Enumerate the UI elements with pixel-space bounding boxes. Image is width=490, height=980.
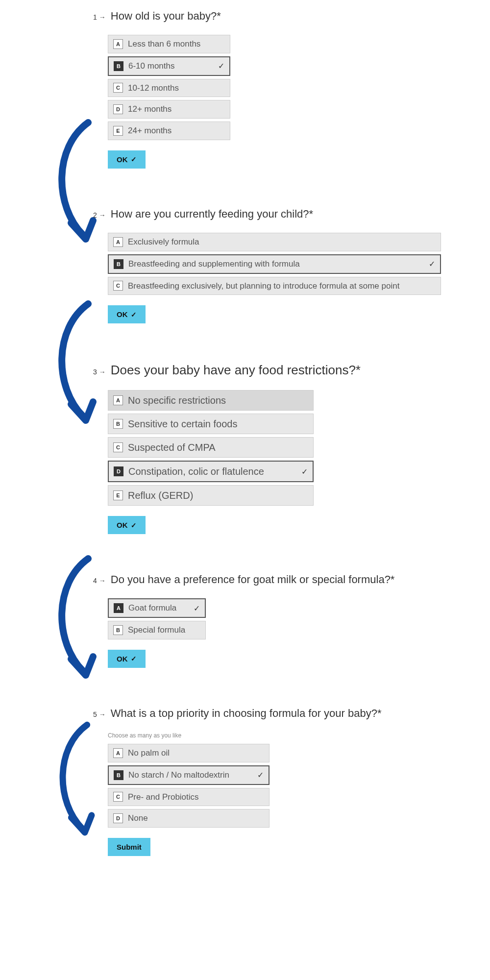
ok-button[interactable]: OK✓	[108, 150, 146, 169]
question-3: 3→Does your baby have any food restricti…	[93, 363, 470, 534]
arrow-right-icon: →	[99, 710, 106, 718]
option-key: D	[113, 813, 123, 823]
question-text: How old is your baby?*	[111, 10, 221, 23]
option-label: 6-10 months	[128, 60, 213, 72]
options-list: ALess than 6 monthsB6-10 months✓C10-12 m…	[108, 35, 470, 140]
check-icon: ✓	[429, 259, 435, 269]
button-label: Submit	[117, 843, 142, 851]
check-icon: ✓	[131, 311, 137, 318]
options-list: AExclusively formulaBBreastfeeding and s…	[108, 233, 470, 295]
question-header: 2→How are you currently feeding your chi…	[93, 208, 470, 220]
option-d[interactable]: DNone	[108, 809, 270, 828]
option-key: E	[113, 490, 123, 500]
option-label: Pre- and Probiotics	[128, 791, 264, 803]
option-key: B	[114, 61, 123, 71]
option-e[interactable]: EReflux (GERD)	[108, 485, 314, 506]
option-key: A	[114, 603, 123, 613]
question-text: Do you have a preference for goat milk o…	[111, 573, 395, 586]
option-a[interactable]: ANo specific restrictions	[108, 390, 314, 411]
option-e[interactable]: E24+ months	[108, 122, 230, 140]
option-label: Goat formula	[128, 602, 189, 614]
question-number: 5	[93, 710, 97, 718]
option-b[interactable]: BSensitive to certain foods	[108, 414, 314, 434]
question-1: 1→How old is your baby?*ALess than 6 mon…	[93, 10, 470, 169]
option-c[interactable]: CSuspected of CMPA	[108, 437, 314, 458]
option-b[interactable]: B6-10 months✓	[108, 56, 230, 76]
option-b[interactable]: BNo starch / No maltodextrin✓	[108, 765, 270, 785]
question-4: 4→Do you have a preference for goat milk…	[93, 573, 470, 668]
option-label: None	[128, 812, 264, 824]
option-key: D	[113, 104, 123, 114]
question-header: 3→Does your baby have any food restricti…	[93, 363, 470, 378]
option-key: E	[113, 126, 123, 136]
option-c[interactable]: CBreastfeeding exclusively, but planning…	[108, 277, 441, 295]
question-header: 4→Do you have a preference for goat milk…	[93, 573, 470, 586]
option-label: Exclusively formula	[128, 236, 436, 248]
question-header: 5→What is a top priority in choosing for…	[93, 707, 470, 720]
option-a[interactable]: ALess than 6 months	[108, 35, 230, 53]
arrow-right-icon: →	[99, 577, 106, 585]
option-c[interactable]: C10-12 months	[108, 79, 230, 98]
check-icon: ✓	[218, 61, 224, 71]
option-key: A	[113, 39, 123, 49]
option-key: B	[114, 770, 123, 780]
arrow-right-icon: →	[99, 211, 106, 219]
option-label: 12+ months	[128, 103, 225, 115]
option-label: 24+ months	[128, 125, 225, 137]
option-label: Less than 6 months	[128, 38, 225, 50]
option-key: B	[113, 625, 123, 635]
check-icon: ✓	[301, 467, 308, 476]
option-b[interactable]: BBreastfeeding and supplementing with fo…	[108, 254, 441, 274]
option-key: A	[113, 237, 123, 247]
question-5: 5→What is a top priority in choosing for…	[93, 707, 470, 856]
option-key: C	[113, 83, 123, 93]
option-label: Reflux (GERD)	[128, 489, 308, 502]
question-header: 1→How old is your baby?*	[93, 10, 470, 23]
option-key: D	[114, 466, 123, 476]
option-key: B	[113, 419, 123, 429]
question-number: 2	[93, 211, 97, 219]
option-label: Breastfeeding and supplementing with for…	[128, 258, 424, 270]
option-label: No palm oil	[128, 747, 264, 759]
question-number: 3	[93, 368, 97, 376]
option-label: Suspected of CMPA	[128, 441, 308, 454]
options-list: ANo palm oilBNo starch / No maltodextrin…	[108, 744, 470, 828]
ok-button[interactable]: OK✓	[108, 650, 146, 668]
arrow-right-icon: →	[99, 13, 106, 21]
option-c[interactable]: CPre- and Probiotics	[108, 788, 270, 807]
check-icon: ✓	[257, 770, 264, 780]
option-d[interactable]: DConstipation, colic or flatulence✓	[108, 461, 314, 482]
option-label: Breastfeeding exclusively, but planning …	[128, 280, 436, 292]
submit-button[interactable]: Submit	[108, 838, 150, 856]
check-icon: ✓	[131, 655, 137, 662]
option-a[interactable]: AGoat formula✓	[108, 598, 206, 618]
ok-button[interactable]: OK✓	[108, 516, 146, 534]
options-list: ANo specific restrictionsBSensitive to c…	[108, 390, 470, 506]
arrow-right-icon: →	[99, 368, 106, 376]
option-label: Special formula	[128, 624, 200, 636]
option-b[interactable]: BSpecial formula	[108, 621, 206, 639]
question-text: Does your baby have any food restriction…	[111, 363, 361, 378]
question-number: 1	[93, 13, 97, 21]
ok-button[interactable]: OK✓	[108, 305, 146, 323]
check-icon: ✓	[131, 155, 137, 163]
option-key: C	[113, 281, 123, 291]
button-label: OK	[117, 155, 128, 164]
option-key: A	[113, 748, 123, 758]
option-key: B	[114, 259, 123, 269]
option-label: Constipation, colic or flatulence	[128, 465, 296, 478]
option-label: No specific restrictions	[128, 393, 308, 407]
button-label: OK	[117, 655, 128, 663]
check-icon: ✓	[194, 604, 200, 613]
option-d[interactable]: D12+ months	[108, 100, 230, 119]
option-a[interactable]: AExclusively formula	[108, 233, 441, 251]
options-list: AGoat formula✓BSpecial formula	[108, 598, 470, 639]
option-a[interactable]: ANo palm oil	[108, 744, 270, 762]
option-key: C	[113, 792, 123, 802]
option-key: C	[113, 442, 123, 452]
option-label: Sensitive to certain foods	[128, 417, 308, 431]
question-number: 4	[93, 577, 97, 585]
button-label: OK	[117, 521, 128, 529]
question-text: What is a top priority in choosing formu…	[111, 707, 382, 720]
question-2: 2→How are you currently feeding your chi…	[93, 208, 470, 323]
